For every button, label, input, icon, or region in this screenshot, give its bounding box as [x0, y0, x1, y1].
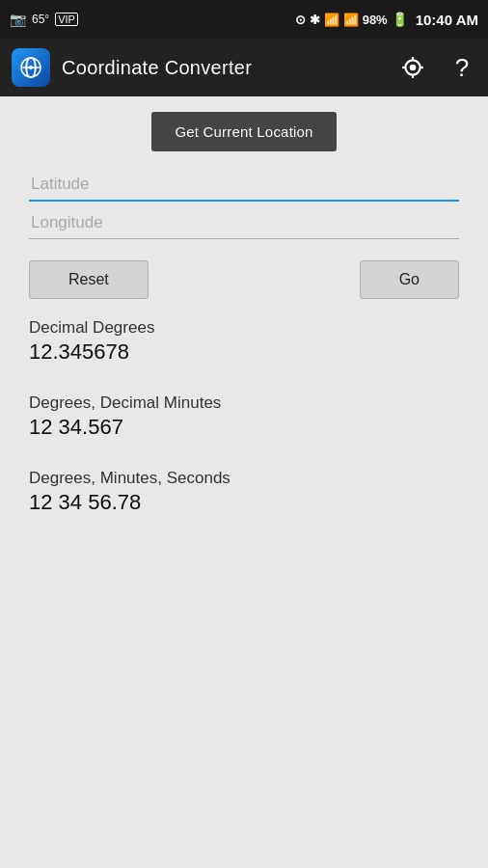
- help-button[interactable]: ?: [447, 53, 476, 83]
- battery-icon: 🔋: [392, 12, 408, 27]
- degrees-minutes-seconds-group: Degrees, Minutes, Seconds 12 34 56.78: [29, 469, 459, 515]
- location-target-button[interactable]: [395, 50, 430, 85]
- latitude-input[interactable]: [29, 169, 459, 202]
- app-bar-left: Coordinate Converter: [12, 48, 252, 87]
- degrees-minutes-seconds-value: 12 34 56.78: [29, 490, 459, 515]
- reset-button[interactable]: Reset: [29, 260, 149, 299]
- app-logo: [12, 48, 50, 87]
- temperature-indicator: 65°: [32, 13, 49, 26]
- degrees-decimal-minutes-value: 12 34.567: [29, 415, 459, 440]
- svg-point-3: [29, 66, 33, 69]
- status-right-icons: ⊙ ✱ 📶 📶 98% 🔋 10:40 AM: [295, 12, 478, 28]
- input-section: [0, 161, 488, 239]
- svg-point-7: [411, 66, 415, 69]
- decimal-degrees-value: 12.345678: [29, 339, 459, 365]
- longitude-input[interactable]: [29, 207, 459, 239]
- degrees-minutes-seconds-label: Degrees, Minutes, Seconds: [29, 469, 459, 488]
- app-bar: Coordinate Converter ?: [0, 39, 488, 96]
- latitude-field-wrapper: [29, 169, 459, 202]
- status-time: 10:40 AM: [416, 12, 478, 28]
- app-bar-actions: ?: [395, 50, 476, 85]
- get-current-location-button[interactable]: Get Current Location: [151, 112, 336, 151]
- decimal-degrees-label: Decimal Degrees: [29, 318, 459, 338]
- vip-icon: VIP: [55, 13, 78, 26]
- battery-label: 98%: [363, 13, 388, 27]
- bluetooth-icon: ✱: [310, 13, 320, 27]
- go-button[interactable]: Go: [360, 260, 459, 299]
- action-buttons-row: Reset Go: [0, 245, 488, 299]
- degrees-decimal-minutes-group: Degrees, Decimal Minutes 12 34.567: [29, 393, 459, 440]
- status-left-icons: 📷 65° VIP: [10, 12, 78, 27]
- camera-icon: 📷: [10, 12, 26, 27]
- decimal-degrees-group: Decimal Degrees 12.345678: [29, 318, 459, 365]
- signal-icon: 📶: [343, 13, 359, 27]
- get-location-container: Get Current Location: [0, 96, 488, 161]
- longitude-field-wrapper: [29, 207, 459, 239]
- degrees-decimal-minutes-label: Degrees, Decimal Minutes: [29, 393, 459, 413]
- app-title: Coordinate Converter: [62, 57, 252, 79]
- results-section: Decimal Degrees 12.345678 Degrees, Decim…: [0, 299, 488, 515]
- main-content: Get Current Location Reset Go Decimal De…: [0, 96, 488, 515]
- wifi-icon: 📶: [324, 13, 339, 27]
- cast-icon: ⊙: [295, 13, 306, 27]
- status-bar: 📷 65° VIP ⊙ ✱ 📶 📶 98% 🔋 10:40 AM: [0, 0, 488, 39]
